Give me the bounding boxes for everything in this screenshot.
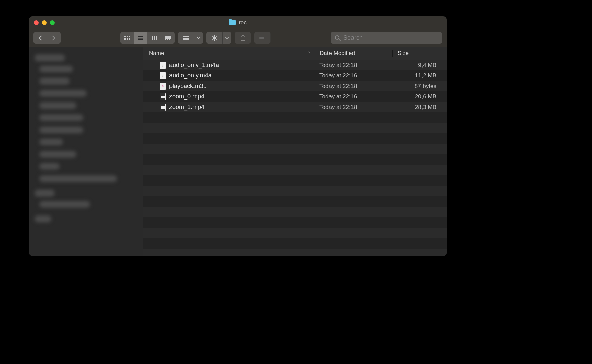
sidebar-item[interactable]: [33, 125, 139, 135]
file-row[interactable]: playback.m3uToday at 22:1887 bytes: [143, 81, 447, 91]
svg-rect-8: [138, 39, 143, 40]
svg-line-30: [216, 36, 217, 36]
empty-row: [143, 165, 447, 175]
file-rows: audio_only_1.m4aToday at 22:189,4 MBaudi…: [143, 60, 447, 256]
minimize-button[interactable]: [42, 20, 47, 25]
toolbar: [29, 29, 447, 47]
sidebar-item[interactable]: [33, 161, 139, 172]
folder-icon: [229, 20, 236, 25]
search-input[interactable]: [343, 34, 438, 41]
svg-rect-7: [138, 38, 143, 39]
action-button[interactable]: [206, 32, 223, 44]
file-date: Today at 22:18: [315, 83, 392, 90]
svg-rect-12: [165, 36, 171, 39]
sort-ascending-icon: ⌃: [306, 51, 311, 56]
svg-rect-13: [165, 39, 166, 40]
action-button-group: [206, 32, 231, 44]
sidebar-item[interactable]: [33, 174, 139, 184]
sidebar-item[interactable]: [33, 64, 139, 74]
svg-line-33: [339, 39, 340, 41]
finder-window: rec: [29, 16, 447, 256]
audio-file-icon: [160, 62, 166, 69]
file-size: 9,4 MB: [392, 62, 447, 69]
file-name: audio_only.m4a: [169, 72, 212, 79]
svg-rect-5: [129, 38, 130, 40]
sidebar-item[interactable]: [33, 100, 139, 111]
file-list: Name ⌃ Date Modified Size audio_only_1.m…: [143, 47, 447, 256]
file-name: playback.m3u: [169, 83, 207, 90]
forward-button[interactable]: [47, 32, 61, 44]
view-mode-buttons: [120, 32, 175, 44]
sidebar-item[interactable]: [33, 149, 139, 159]
back-button[interactable]: [33, 32, 47, 44]
empty-row: [143, 154, 447, 165]
search-icon: [335, 35, 341, 41]
empty-row: [143, 238, 447, 249]
svg-rect-19: [183, 38, 185, 40]
svg-rect-16: [183, 36, 185, 37]
file-name: audio_only_1.m4a: [169, 62, 219, 69]
svg-line-27: [212, 36, 213, 36]
view-list-button[interactable]: [134, 32, 147, 44]
sidebar-item[interactable]: [33, 76, 139, 86]
svg-rect-6: [138, 36, 143, 37]
titlebar: rec: [29, 16, 447, 29]
view-column-button[interactable]: [147, 32, 161, 44]
view-gallery-button[interactable]: [161, 32, 175, 44]
column-name-label: Name: [149, 50, 164, 57]
arrange-button[interactable]: [178, 32, 194, 44]
close-button[interactable]: [34, 20, 39, 25]
sidebar-item[interactable]: [33, 199, 139, 209]
arrange-dropdown[interactable]: [194, 32, 203, 44]
sidebar-item[interactable]: [33, 88, 139, 98]
action-dropdown[interactable]: [223, 32, 231, 44]
svg-rect-18: [187, 36, 189, 37]
column-date-label: Date Modified: [320, 50, 355, 56]
file-date: Today at 22:18: [315, 62, 392, 69]
share-button[interactable]: [235, 32, 251, 44]
tags-button[interactable]: [254, 32, 271, 44]
file-row[interactable]: zoom_0.mp4Today at 22:1620,6 MB: [143, 91, 447, 102]
sidebar-item[interactable]: [33, 113, 139, 123]
column-size-label: Size: [397, 50, 409, 56]
svg-rect-3: [124, 38, 126, 40]
svg-rect-2: [129, 36, 130, 37]
file-size: 28,3 MB: [392, 104, 447, 111]
column-name[interactable]: Name ⌃: [143, 50, 315, 57]
file-date: Today at 22:18: [315, 104, 392, 111]
svg-rect-9: [152, 36, 153, 40]
column-date[interactable]: Date Modified: [315, 50, 392, 57]
empty-row: [143, 112, 447, 123]
empty-row: [143, 175, 447, 186]
nav-buttons: [33, 32, 61, 44]
file-size: 11,2 MB: [392, 72, 447, 79]
svg-rect-11: [156, 36, 157, 40]
file-row[interactable]: zoom_1.mp4Today at 22:1828,3 MB: [143, 102, 447, 112]
maximize-button[interactable]: [50, 20, 55, 25]
svg-rect-10: [154, 36, 155, 40]
empty-row: [143, 144, 447, 154]
file-date: Today at 22:16: [315, 93, 392, 100]
sidebar-item[interactable]: [33, 137, 139, 147]
empty-row: [143, 249, 447, 256]
playlist-file-icon: [160, 83, 166, 90]
audio-file-icon: [160, 72, 166, 79]
svg-line-28: [216, 39, 217, 40]
column-size[interactable]: Size: [392, 50, 447, 57]
svg-rect-15: [169, 39, 170, 40]
arrange-button-group: [178, 32, 203, 44]
empty-row: [143, 207, 447, 217]
search-field[interactable]: [331, 32, 442, 44]
file-row[interactable]: audio_only_1.m4aToday at 22:189,4 MB: [143, 60, 447, 70]
svg-line-29: [212, 39, 213, 40]
file-size: 87 bytes: [392, 83, 447, 90]
empty-row: [143, 228, 447, 238]
svg-rect-0: [124, 36, 126, 37]
svg-rect-31: [259, 37, 264, 39]
view-icon-button[interactable]: [120, 32, 134, 44]
empty-row: [143, 196, 447, 207]
file-name: zoom_1.mp4: [169, 104, 204, 111]
window-title: rec: [238, 19, 247, 26]
file-row[interactable]: audio_only.m4aToday at 22:1611,2 MB: [143, 70, 447, 81]
empty-row: [143, 123, 447, 133]
